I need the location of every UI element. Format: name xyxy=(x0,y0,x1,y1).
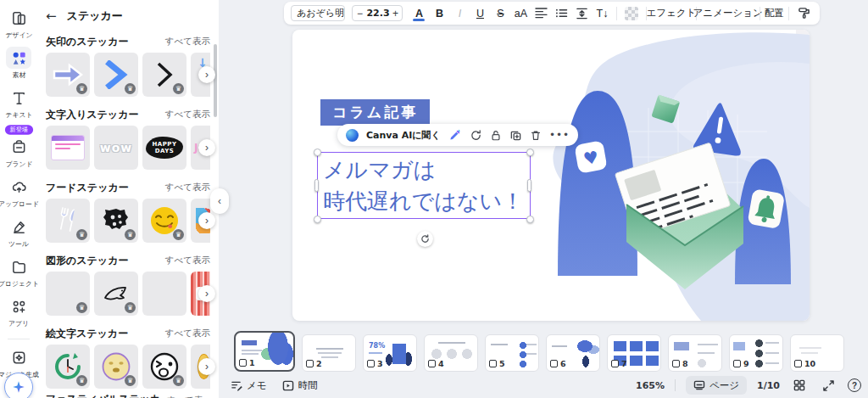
panel-scrollbar[interactable] xyxy=(214,44,217,117)
underline-button[interactable]: U xyxy=(470,4,489,23)
sticker-blue-chevron[interactable]: ♛ xyxy=(94,53,138,97)
sidebar-item-label: アップロード xyxy=(0,199,39,209)
row-scroll-next-button[interactable]: › xyxy=(198,139,215,156)
list-button[interactable] xyxy=(552,4,570,23)
design-canvas[interactable]: ♥ xyxy=(292,30,810,321)
show-all-link[interactable]: すべて表示 xyxy=(165,255,210,266)
sticker-fork-knife[interactable]: ♛ xyxy=(46,199,90,243)
resize-handle-e[interactable] xyxy=(527,179,531,192)
resize-handle-sw[interactable] xyxy=(314,216,321,223)
resize-handle-ne[interactable] xyxy=(526,149,534,156)
resize-handle-nw[interactable] xyxy=(314,149,321,156)
sticker-panel: ← ステッカー 矢印のステッカー すべて表示 ♛ ♛ ♛ ↓ › xyxy=(37,0,219,398)
grid-view-button[interactable] xyxy=(790,376,809,395)
row-scroll-next-button[interactable]: › xyxy=(198,212,215,229)
bold-button[interactable]: B xyxy=(430,4,448,23)
sidebar-item-projects[interactable]: プロジェクト xyxy=(0,255,37,289)
row-scroll-next-button[interactable]: › xyxy=(198,66,215,83)
row-scroll-next-button[interactable]: › xyxy=(198,285,215,302)
show-all-link[interactable]: すべて表示 xyxy=(165,36,210,48)
italic-button[interactable]: I xyxy=(450,4,469,23)
sticker-surprised-face[interactable]: ♛ xyxy=(94,345,138,389)
text-case-button[interactable]: aA xyxy=(511,4,530,23)
font-size-increase-button[interactable]: + xyxy=(388,8,402,20)
zoom-level[interactable]: 165% xyxy=(636,380,665,391)
page-thumbnail-6[interactable]: 6 xyxy=(546,334,600,372)
column-tag-element[interactable]: コラム記事 xyxy=(320,99,430,126)
duration-button[interactable]: 時間 xyxy=(282,379,318,392)
sticker-yummy-face[interactable]: ♛ xyxy=(142,199,186,243)
sidebar-item-text[interactable]: テキスト xyxy=(0,87,37,121)
page-thumbnail-4[interactable]: 4 xyxy=(424,334,478,372)
letter-spacing-button[interactable] xyxy=(572,4,591,23)
back-arrow-icon[interactable]: ← xyxy=(46,8,57,24)
notes-button[interactable]: メモ xyxy=(231,379,267,392)
font-size-decrease-button[interactable]: − xyxy=(353,8,366,20)
sticker-happy-days[interactable]: HAPPY DAYS xyxy=(142,126,186,170)
help-button[interactable]: ? xyxy=(848,378,861,392)
duplicate-icon[interactable] xyxy=(509,129,522,142)
page-thumbnail-3[interactable]: 78% 3 xyxy=(363,334,417,372)
resize-handle-w[interactable] xyxy=(314,179,319,192)
upload-icon xyxy=(6,176,31,198)
page-thumbnail-2[interactable]: 2 xyxy=(302,334,356,372)
sidebar-item-design[interactable]: デザイン xyxy=(0,7,37,41)
sticker-browser-window[interactable] xyxy=(46,126,90,170)
canva-assistant-button[interactable] xyxy=(4,373,33,398)
page-view-icon xyxy=(693,380,705,390)
row-scroll-next-button[interactable]: › xyxy=(198,358,215,375)
sticker-blank-shape-2[interactable] xyxy=(142,272,186,316)
page-thumbnail-7[interactable]: 7 xyxy=(607,334,661,372)
sticker-clock-refresh[interactable]: ♛ xyxy=(46,345,90,389)
more-options-icon[interactable]: ••• xyxy=(549,129,570,141)
lock-icon[interactable] xyxy=(490,129,502,142)
sidebar-item-tools[interactable]: ツール xyxy=(0,216,37,249)
font-size-value: 22.3 xyxy=(366,8,388,19)
resize-handle-se[interactable] xyxy=(526,216,534,223)
sticker-fat-arrow[interactable]: ♛ xyxy=(46,53,90,97)
page-icon xyxy=(611,360,619,367)
effects-button[interactable]: エフェクト xyxy=(652,4,691,23)
alignment-button[interactable] xyxy=(531,4,550,23)
browser-window-graphic xyxy=(51,135,85,160)
fullscreen-button[interactable] xyxy=(819,376,837,395)
sticker-blank-shape[interactable]: ♛ xyxy=(46,272,90,316)
vertical-text-button[interactable]: T↓ xyxy=(593,4,611,23)
page-thumbnail-1[interactable]: 1 xyxy=(234,331,295,372)
show-all-link[interactable]: すべて表示 xyxy=(166,395,210,398)
sidebar-item-uploads[interactable]: アップロード xyxy=(0,176,37,210)
animation-button[interactable]: アニメーション xyxy=(702,4,754,23)
strikethrough-button[interactable]: S xyxy=(491,4,509,23)
ask-canva-ai-button[interactable]: Canva AIに聞く xyxy=(366,129,441,142)
position-button[interactable]: 配置 xyxy=(765,4,783,23)
font-family-select[interactable]: あおぞら明朝 xyxy=(291,5,345,21)
show-all-link[interactable]: すべて表示 xyxy=(165,182,210,193)
sticker-wink-shock-face[interactable]: ♛ xyxy=(142,345,186,389)
page-thumbnail-10[interactable]: 10 xyxy=(790,334,844,372)
magic-edit-icon[interactable] xyxy=(448,128,462,142)
page-thumbnail-5[interactable]: 5 xyxy=(485,334,539,372)
panel-collapse-button[interactable]: ‹ xyxy=(210,188,229,214)
show-all-link[interactable]: すべて表示 xyxy=(165,109,210,121)
page-thumbnail-8[interactable]: 8 xyxy=(668,334,722,372)
show-all-link[interactable]: すべて表示 xyxy=(165,328,210,339)
page-view-toggle[interactable]: ページ xyxy=(686,376,747,395)
sticker-fish[interactable]: ♛ xyxy=(94,272,138,316)
text-color-button[interactable]: A xyxy=(409,4,428,23)
selected-text-element[interactable]: メルマガは 時代遅れではない！ xyxy=(317,152,531,219)
sticker-cookie[interactable]: ♛ xyxy=(94,199,138,243)
transparency-button[interactable] xyxy=(622,4,641,23)
copy-style-button[interactable] xyxy=(794,4,813,23)
rotate-handle[interactable] xyxy=(417,231,433,247)
sidebar-item-elements[interactable]: 素材 xyxy=(0,47,37,81)
sidebar-item-brand[interactable]: 新登場 ブランド xyxy=(0,126,37,170)
workspace: ‹ あおぞら明朝 − 22.3 + A B I U S aA T↓ エフェクト … xyxy=(219,0,868,398)
section-title: 図形のステッカー xyxy=(46,254,128,268)
page-thumbnail-9[interactable]: 9 xyxy=(729,334,783,372)
sticker-wow[interactable]: wow xyxy=(94,126,138,170)
delete-icon[interactable] xyxy=(530,129,542,142)
sticker-black-chevron[interactable]: ♛ xyxy=(142,53,186,97)
sync-icon[interactable] xyxy=(470,129,482,142)
design-icon xyxy=(6,7,31,29)
sidebar-item-apps[interactable]: アプリ xyxy=(0,295,37,329)
